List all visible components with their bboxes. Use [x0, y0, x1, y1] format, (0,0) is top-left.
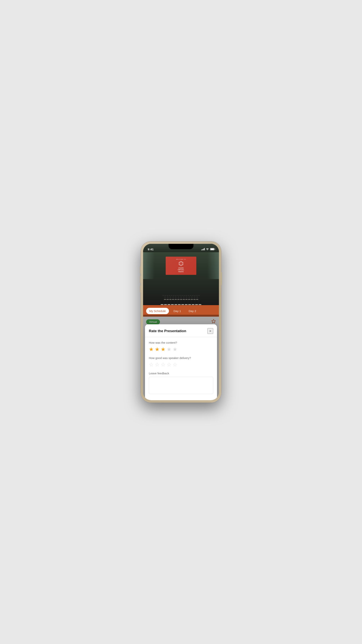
- feedback-label: Leave feedback: [149, 372, 213, 375]
- phone-screen: 9:41: [143, 244, 219, 400]
- content-stars: ★ ★ ★ ★ ★: [149, 346, 213, 352]
- svg-line-6: [179, 264, 180, 265]
- rating-modal: Rate the Presentation × How was the cont…: [145, 324, 217, 400]
- feedback-textarea[interactable]: [149, 377, 213, 394]
- delivery-star-1[interactable]: ☆: [149, 362, 154, 368]
- svg-line-7: [179, 262, 180, 263]
- tab-day-1[interactable]: Day 1: [170, 308, 184, 314]
- svg-line-3: [182, 262, 183, 263]
- delivery-star-2[interactable]: ☆: [155, 362, 160, 368]
- delivery-stars: ☆ ☆ ☆ ☆ ☆: [149, 362, 213, 368]
- content-star-2[interactable]: ★: [155, 346, 160, 352]
- content-rating-section: How was the content? ★ ★ ★ ★ ★: [149, 341, 213, 352]
- delivery-rating-section: How good was speaker delivery? ☆ ☆ ☆ ☆ ☆: [149, 356, 213, 368]
- status-time: 9:41: [148, 248, 154, 251]
- tab-my-schedule[interactable]: My Schedule: [146, 308, 169, 314]
- delivery-star-4[interactable]: ☆: [167, 362, 171, 368]
- content-star-3[interactable]: ★: [161, 346, 165, 352]
- modal-overlay: Rate the Presentation × How was the cont…: [143, 315, 219, 400]
- audience-area: [143, 272, 219, 305]
- content-star-5[interactable]: ★: [173, 346, 177, 352]
- delivery-star-3[interactable]: ☆: [161, 362, 165, 368]
- delivery-star-5[interactable]: ☆: [173, 362, 177, 368]
- wifi-icon: [206, 248, 209, 251]
- hero-background: WELCOME TO: [143, 244, 219, 305]
- phone-frame: 9:41: [141, 242, 221, 402]
- battery-icon: [210, 248, 214, 250]
- content-question: How was the content?: [149, 341, 213, 344]
- feedback-section: Leave feedback: [149, 372, 213, 395]
- modal-header: Rate the Presentation ×: [145, 324, 217, 337]
- content-star-1[interactable]: ★: [149, 346, 154, 352]
- welcome-text: WELCOME TO: [176, 259, 186, 260]
- tab-day-2[interactable]: Day 2: [186, 308, 199, 314]
- status-icons: [201, 248, 214, 251]
- notch: [169, 244, 193, 249]
- content-star-4[interactable]: ★: [167, 346, 171, 352]
- close-button[interactable]: ×: [207, 328, 213, 334]
- signal-icon: [201, 248, 205, 250]
- hero-section: WELCOME TO: [143, 244, 219, 305]
- svg-marker-0: [179, 261, 183, 266]
- vfairs-logo: [178, 261, 184, 266]
- modal-body: How was the content? ★ ★ ★ ★ ★ How g: [145, 337, 217, 400]
- svg-marker-1: [180, 262, 182, 265]
- svg-line-4: [182, 264, 183, 265]
- delivery-question: How good was speaker delivery?: [149, 356, 213, 360]
- modal-title: Rate the Presentation: [149, 329, 186, 333]
